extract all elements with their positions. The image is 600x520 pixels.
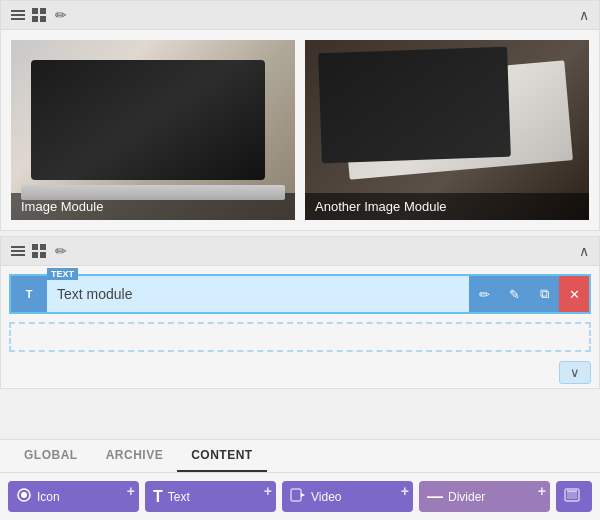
svg-rect-2 [32, 16, 38, 22]
divider-content-button[interactable]: — Divider + [419, 481, 550, 512]
image-module-1[interactable]: Image Module [11, 40, 295, 220]
tab-global[interactable]: GLOBAL [10, 440, 92, 472]
collapse-button[interactable]: ∨ [559, 361, 591, 384]
divider-btn-icon: — [427, 488, 443, 506]
bottom-tabs: GLOBAL ARCHIVE CONTENT Icon + T Text + V… [0, 439, 600, 520]
hamburger-icon[interactable] [11, 10, 25, 20]
hamburger-icon-2[interactable] [11, 246, 25, 256]
tab-row: GLOBAL ARCHIVE CONTENT [0, 440, 600, 473]
toolbar-left-2: ✏ [11, 243, 69, 259]
first-section-toolbar: ✏ ∧ [1, 1, 599, 30]
svg-rect-4 [32, 244, 38, 250]
svg-point-9 [21, 492, 27, 498]
divider-btn-plus: + [538, 483, 546, 499]
text-btn-plus: + [264, 483, 272, 499]
svg-rect-1 [40, 8, 46, 14]
text-edit-button[interactable]: ✏ [469, 276, 499, 312]
tab-content[interactable]: CONTENT [177, 440, 267, 472]
text-pencil-button[interactable]: ✎ [499, 276, 529, 312]
text-module-tag: TEXT [47, 268, 78, 280]
video-btn-label: Video [311, 490, 341, 504]
first-section: ✏ ∧ Image Module Another Image Module [0, 0, 600, 231]
second-section: ✏ ∧ T TEXT Text module ✏ ✎ ⧉ ✕ ∨ [0, 236, 600, 389]
grid-icon[interactable] [31, 7, 47, 23]
second-section-toolbar: ✏ ∧ [1, 237, 599, 266]
collapse-icon-2[interactable]: ∧ [579, 243, 589, 259]
svg-rect-3 [40, 16, 46, 22]
icon-btn-icon [16, 487, 32, 506]
video-btn-plus: + [401, 483, 409, 499]
content-buttons-row: Icon + T Text + Video + — Divider + [0, 473, 600, 520]
svg-rect-6 [32, 252, 38, 258]
text-content-button[interactable]: T Text + [145, 481, 276, 512]
svg-rect-7 [40, 252, 46, 258]
collapse-button-row: ∨ [1, 357, 599, 388]
text-module-actions: ✏ ✎ ⧉ ✕ [469, 276, 589, 312]
edit-icon-2[interactable]: ✏ [53, 243, 69, 259]
text-copy-button[interactable]: ⧉ [529, 276, 559, 312]
more-btn-icon [564, 487, 580, 506]
text-module-icon: T [11, 276, 47, 312]
text-module-name: Text module [47, 278, 469, 310]
icon-content-button[interactable]: Icon + [8, 481, 139, 512]
text-btn-icon: T [153, 488, 163, 506]
text-close-button[interactable]: ✕ [559, 276, 589, 312]
svg-rect-0 [32, 8, 38, 14]
dashed-drop-area [9, 322, 591, 352]
collapse-icon[interactable]: ∧ [579, 7, 589, 23]
icon-btn-plus: + [127, 483, 135, 499]
image-label-1: Image Module [11, 193, 295, 220]
divider-btn-label: Divider [448, 490, 485, 504]
text-btn-label: Text [168, 490, 190, 504]
grid-icon-2[interactable] [31, 243, 47, 259]
image-label-2: Another Image Module [305, 193, 589, 220]
text-module-row: T TEXT Text module ✏ ✎ ⧉ ✕ [9, 274, 591, 314]
svg-rect-5 [40, 244, 46, 250]
tab-archive[interactable]: ARCHIVE [92, 440, 178, 472]
svg-marker-11 [301, 493, 305, 497]
image-module-2[interactable]: Another Image Module [305, 40, 589, 220]
edit-icon[interactable]: ✏ [53, 7, 69, 23]
svg-rect-13 [567, 491, 577, 499]
svg-rect-10 [291, 489, 301, 501]
video-content-button[interactable]: Video + [282, 481, 413, 512]
icon-btn-label: Icon [37, 490, 60, 504]
video-btn-icon [290, 487, 306, 506]
toolbar-left: ✏ [11, 7, 69, 23]
image-grid: Image Module Another Image Module [1, 30, 599, 230]
more-content-button[interactable] [556, 481, 592, 512]
